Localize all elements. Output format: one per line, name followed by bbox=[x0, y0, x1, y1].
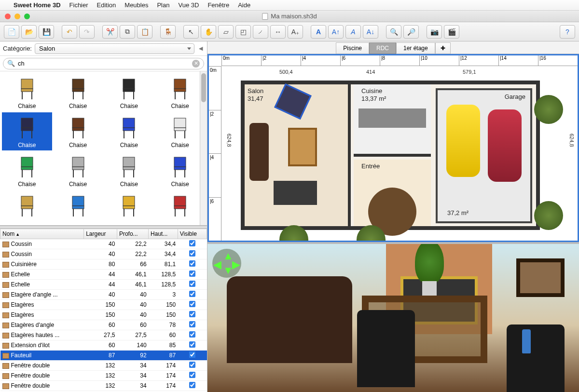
visible-checkbox[interactable] bbox=[189, 311, 195, 317]
visible-checkbox[interactable] bbox=[189, 291, 195, 297]
create-label-button[interactable]: A₊ bbox=[288, 25, 303, 39]
catalog-item[interactable]: Chaise bbox=[104, 112, 154, 150]
pan-tool-button[interactable]: ✋ bbox=[201, 25, 216, 39]
create-room-button[interactable]: ◰ bbox=[235, 25, 251, 39]
furniture-row[interactable]: Fauteuil 879287 bbox=[0, 351, 207, 361]
furniture-row[interactable]: Echelle 4446,1128,5 bbox=[0, 270, 207, 280]
visible-checkbox[interactable] bbox=[189, 321, 195, 327]
window-zoom-button[interactable] bbox=[24, 14, 30, 19]
view-3d[interactable]: ▲ ▼ ◀ ▶ bbox=[207, 244, 579, 392]
open-button[interactable]: 📂 bbox=[21, 25, 37, 39]
furniture-row[interactable]: Cuisinière 806681,1 bbox=[0, 259, 207, 270]
catalog-item[interactable]: Chaise bbox=[155, 112, 205, 150]
catalog-item[interactable]: Chaise bbox=[2, 112, 52, 150]
visible-checkbox[interactable] bbox=[189, 351, 195, 358]
text-bold-button[interactable]: A bbox=[311, 25, 326, 39]
paste-button[interactable]: 📋 bbox=[137, 25, 152, 39]
furniture-row[interactable]: Coussin 4022,234,4 bbox=[0, 249, 207, 259]
window-minimize-button[interactable] bbox=[14, 14, 20, 19]
col-nom[interactable]: Nom▲ bbox=[0, 229, 84, 239]
menu-edition[interactable]: Edition bbox=[97, 1, 116, 9]
furniture-catalog[interactable]: Chaise Chaise Chaise Chaise Chaise Chais… bbox=[0, 71, 207, 226]
furniture-row[interactable]: Fenêtre double 13234174 bbox=[0, 381, 207, 391]
search-input[interactable] bbox=[18, 60, 189, 67]
visible-checkbox[interactable] bbox=[189, 341, 195, 348]
furniture-row[interactable]: Coussin 4022,234,4 bbox=[0, 239, 207, 249]
visible-checkbox[interactable] bbox=[189, 382, 195, 388]
catalog-item[interactable]: Chaise bbox=[2, 73, 52, 111]
visible-checkbox[interactable] bbox=[189, 362, 195, 368]
save-button[interactable]: 💾 bbox=[39, 25, 54, 39]
car-red[interactable] bbox=[488, 109, 522, 182]
menu-plan[interactable]: Plan bbox=[157, 1, 169, 9]
col-profondeur[interactable]: Profo... bbox=[117, 229, 148, 239]
tree-icon[interactable] bbox=[534, 95, 563, 124]
room-cuisine[interactable]: Cuisine 13,37 m² bbox=[354, 84, 431, 157]
create-dimension-button[interactable]: ↔ bbox=[270, 25, 286, 39]
add-level-button[interactable]: ✚ bbox=[435, 42, 451, 54]
catalog-scrollbar[interactable] bbox=[200, 71, 207, 225]
floorplan[interactable]: 500,4 414 579,1 624,8 624,8 Salon 31,47 bbox=[221, 66, 578, 241]
new-button[interactable]: 📄 bbox=[4, 25, 19, 39]
furniture-row[interactable]: Etagères hautes ... 27,527,560 bbox=[0, 330, 207, 340]
visible-checkbox[interactable] bbox=[189, 260, 195, 267]
text-decrease-button[interactable]: A↓ bbox=[363, 25, 378, 39]
col-hauteur[interactable]: Haut... bbox=[149, 229, 178, 239]
counter[interactable] bbox=[358, 108, 426, 128]
catalog-item[interactable] bbox=[53, 190, 103, 222]
menu-fichier[interactable]: Fichier bbox=[69, 1, 88, 9]
tab-1er-etage[interactable]: 1er étage bbox=[396, 42, 435, 54]
catalog-item[interactable]: Chaise bbox=[2, 151, 52, 189]
cut-button[interactable]: ✂️ bbox=[102, 25, 118, 39]
zoom-out-button[interactable]: 🔎 bbox=[403, 25, 419, 39]
category-select[interactable]: Salon bbox=[35, 43, 194, 54]
menu-fenetre[interactable]: Fenêtre bbox=[207, 1, 229, 9]
col-visible[interactable]: Visible bbox=[178, 229, 207, 239]
catalog-item[interactable] bbox=[104, 190, 154, 222]
catalog-item[interactable]: Chaise bbox=[104, 73, 154, 111]
furniture-row[interactable]: Etagères 15040150 bbox=[0, 310, 207, 320]
copy-button[interactable]: ⧉ bbox=[120, 25, 135, 39]
catalog-item[interactable]: Chaise bbox=[155, 73, 205, 111]
visible-checkbox[interactable] bbox=[189, 240, 195, 246]
collapse-catalog-icon[interactable]: ◀ bbox=[197, 45, 204, 52]
menu-meubles[interactable]: Meubles bbox=[124, 1, 148, 9]
tree-icon[interactable] bbox=[534, 201, 563, 230]
rug[interactable] bbox=[288, 128, 317, 166]
dining-table[interactable] bbox=[274, 181, 317, 205]
tab-rdc[interactable]: RDC bbox=[369, 42, 396, 54]
window-close-button[interactable] bbox=[5, 14, 11, 19]
add-furniture-button[interactable]: 🪑 bbox=[160, 25, 176, 39]
furniture-row[interactable]: Etagères d'angle 606078 bbox=[0, 320, 207, 330]
car-yellow[interactable] bbox=[446, 105, 480, 177]
sofa[interactable] bbox=[249, 123, 269, 181]
selected-chair-in-plan[interactable] bbox=[274, 83, 312, 120]
visible-checkbox[interactable] bbox=[189, 250, 195, 257]
catalog-item[interactable] bbox=[155, 190, 205, 222]
furniture-row[interactable]: Fenêtre double 13234174 bbox=[0, 371, 207, 381]
plan-canvas[interactable]: 0m|2|4|6|8|10|12|14|16 0m|2|4|6 500,4 41… bbox=[207, 54, 579, 242]
furniture-row[interactable]: Fenêtre double 13234174 bbox=[0, 361, 207, 371]
create-video-button[interactable]: 🎬 bbox=[444, 25, 459, 39]
menu-vue3d[interactable]: Vue 3D bbox=[178, 1, 199, 9]
visible-checkbox[interactable] bbox=[189, 301, 195, 307]
app-name[interactable]: Sweet Home 3D bbox=[14, 1, 61, 9]
undo-button[interactable]: ↶ bbox=[62, 25, 77, 39]
3d-nav-compass[interactable]: ▲ ▼ ◀ ▶ bbox=[212, 249, 241, 278]
help-button[interactable]: ? bbox=[560, 25, 575, 39]
col-largeur[interactable]: Largeur bbox=[84, 229, 117, 239]
furniture-row[interactable]: Etagères 15040150 bbox=[0, 300, 207, 310]
redo-button[interactable]: ↷ bbox=[79, 25, 95, 39]
take-photo-button[interactable]: 📷 bbox=[427, 25, 442, 39]
furniture-row[interactable]: Etagère d'angle ... 40403 bbox=[0, 290, 207, 300]
text-increase-button[interactable]: A↑ bbox=[328, 25, 344, 39]
visible-checkbox[interactable] bbox=[189, 331, 195, 338]
catalog-item[interactable]: Chaise bbox=[104, 151, 154, 189]
furniture-list[interactable]: Nom▲ Largeur Profo... Haut... Visible Co… bbox=[0, 229, 207, 392]
catalog-item[interactable]: Chaise bbox=[53, 73, 103, 111]
tab-piscine[interactable]: Piscine bbox=[336, 42, 369, 54]
zoom-in-button[interactable]: 🔍 bbox=[386, 25, 401, 39]
create-polyline-button[interactable]: ⟋ bbox=[253, 25, 268, 39]
catalog-item[interactable] bbox=[2, 190, 52, 222]
clear-search-button[interactable]: ✕ bbox=[192, 60, 200, 68]
